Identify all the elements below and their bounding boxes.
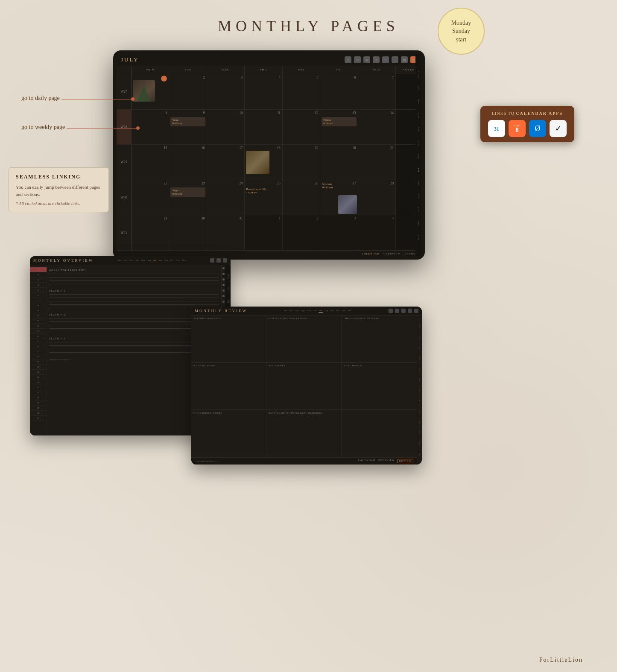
tab-aug[interactable]: Aug <box>158 259 163 262</box>
side-mar[interactable]: MAR <box>418 112 420 118</box>
fantastical-icon[interactable]: THU 8 <box>509 120 526 137</box>
rv-icon5[interactable] <box>414 309 418 313</box>
rv-jul[interactable]: Jul <box>319 309 323 313</box>
tab-jan[interactable]: Jan <box>117 259 122 262</box>
cal-day-aug1[interactable]: 1 <box>245 215 282 250</box>
rv-side-jun[interactable]: JUN <box>418 389 421 392</box>
tab-dec[interactable]: Dec <box>181 259 187 262</box>
rv-side-jul[interactable]: JUL <box>418 400 421 403</box>
tab-jul-ov[interactable]: Jul <box>152 259 157 262</box>
rv-oct[interactable]: Oct <box>336 309 340 313</box>
rv-sep[interactable]: Sep <box>330 309 335 313</box>
cal-day-28[interactable]: 28 <box>358 180 396 215</box>
rv-feb[interactable]: Feb <box>289 309 294 313</box>
cal-day-9[interactable]: 9 Yoga9:00 am <box>169 110 207 145</box>
cal-day-7[interactable]: 7 <box>358 74 396 109</box>
rv-jun[interactable]: Jun <box>313 309 318 313</box>
overview-icon2[interactable] <box>216 258 221 263</box>
cal-day-19[interactable]: 19 <box>283 145 320 180</box>
heart-icon[interactable]: ♡ <box>382 56 389 63</box>
cal-day-29[interactable]: 29 <box>132 215 169 250</box>
rv-side-feb[interactable]: FEB <box>418 346 421 349</box>
ov-jan[interactable]: JAN <box>227 287 229 290</box>
doc-icon[interactable]: □ <box>354 56 361 63</box>
tab-jun[interactable]: Jun <box>147 259 152 262</box>
side-jul[interactable]: JUL <box>418 167 420 172</box>
side-nov[interactable]: NOV <box>418 220 420 226</box>
cal-day-13[interactable]: 13 Pilates6:30 am <box>320 110 358 145</box>
rv-mar[interactable]: Mar <box>295 309 300 313</box>
cal-day-18[interactable]: 18 <box>245 145 282 180</box>
rv-apr[interactable]: Apr <box>301 309 306 313</box>
cal-day-24[interactable]: 24 <box>207 180 245 215</box>
cal-day-14[interactable]: 14 <box>358 110 396 145</box>
week-w29[interactable]: W29 <box>117 145 131 180</box>
rv-icon3[interactable] <box>401 309 406 313</box>
google-calendar-icon[interactable]: 31 <box>488 120 505 137</box>
cal-day-12[interactable]: 12 <box>283 110 320 145</box>
rv-jan[interactable]: Jan <box>283 309 288 313</box>
tab-feb[interactable]: Feb <box>123 259 128 262</box>
settings-icon[interactable]: ⚙ <box>363 56 370 63</box>
cal-day-3[interactable]: 3 <box>207 74 245 109</box>
overview-icon3[interactable] <box>223 258 227 263</box>
cal-day-11[interactable]: 11 <box>245 110 282 145</box>
side-apr[interactable]: APR <box>418 126 420 132</box>
rv-icon2[interactable] <box>395 309 399 313</box>
rv-side-may[interactable]: MAY <box>418 378 421 382</box>
cal-day-4[interactable]: 4 <box>245 74 282 109</box>
cal-day-27[interactable]: 27 Art class10:30 am <box>320 180 358 215</box>
rv-side-sep[interactable]: SEP <box>418 421 421 424</box>
tab-may[interactable]: May <box>140 259 146 262</box>
tab-sep[interactable]: Sep <box>164 259 169 262</box>
cal-day-10[interactable]: 10 <box>207 110 245 145</box>
rv-side-dec[interactable]: DEC <box>418 453 421 456</box>
rv-aug[interactable]: Aug <box>324 309 329 313</box>
back-icon[interactable]: ← <box>392 56 398 63</box>
week-w31[interactable]: W31 <box>117 215 131 251</box>
side-may[interactable]: MAY <box>418 140 420 146</box>
cal-day-aug2[interactable]: 2 <box>283 215 320 250</box>
outlook-icon[interactable]: Ø <box>529 120 546 137</box>
rv-tab-overview[interactable]: OVERVIEW <box>378 459 395 463</box>
overview-icon1[interactable] <box>210 258 214 263</box>
ov-feb[interactable]: FEB <box>227 300 229 303</box>
cal-day-aug3[interactable]: 3 <box>320 215 358 250</box>
calendar-icon[interactable]: ▤ <box>401 56 408 63</box>
cal-day-2[interactable]: 2 <box>169 74 207 109</box>
side-oct[interactable]: OCT <box>418 207 420 212</box>
side-feb[interactable]: FEB <box>418 99 420 104</box>
side-dec[interactable]: DEC <box>418 234 420 240</box>
cal-day-1[interactable]: 1 Gardening <box>132 74 169 109</box>
cal-day-22[interactable]: 22 <box>132 180 169 215</box>
cal-day-21[interactable]: 21 <box>358 145 396 180</box>
rv-side-aug[interactable]: AUG <box>418 410 421 414</box>
rv-nov[interactable]: Nov <box>341 309 347 313</box>
rv-may[interactable]: May <box>307 309 312 313</box>
cal-day-26[interactable]: 26 <box>283 180 320 215</box>
tab-calendar[interactable]: CALENDAR <box>362 252 379 255</box>
cal-day-30[interactable]: 30 <box>169 215 207 250</box>
cal-day-aug4[interactable]: 4 <box>358 215 396 250</box>
side-sep[interactable]: SEP <box>418 193 420 199</box>
tab-oct[interactable]: Oct <box>170 259 174 262</box>
cal-day-6[interactable]: 6 <box>320 74 358 109</box>
tab-overview[interactable]: OVERVIEW <box>383 252 401 255</box>
side-jun[interactable]: JUN <box>418 154 420 159</box>
cal-day-5[interactable]: 5 <box>283 74 320 109</box>
side-aug[interactable]: AUG <box>418 180 420 186</box>
side-jan[interactable]: JAN <box>418 86 420 91</box>
tab-nov[interactable]: Nov <box>175 259 181 262</box>
star-icon[interactable]: ☆ <box>373 56 380 63</box>
rv-icon1[interactable] <box>389 309 393 313</box>
week-w30[interactable]: W30 <box>117 180 131 216</box>
cal-day-31[interactable]: 31 <box>207 215 245 250</box>
cal-day-20[interactable]: 20 <box>320 145 358 180</box>
rv-tab-calendar[interactable]: CALENDAR <box>358 459 375 463</box>
cal-day-25[interactable]: 25 Brunch with Lily11:00 am <box>245 180 282 215</box>
rv-tab-review[interactable]: REVIEW <box>398 459 413 463</box>
tab-apr[interactable]: Apr <box>135 259 140 262</box>
home-icon[interactable]: ⌂ <box>345 56 351 63</box>
cal-day-17[interactable]: 17 <box>207 145 245 180</box>
week-w27[interactable]: W27 <box>117 74 131 110</box>
